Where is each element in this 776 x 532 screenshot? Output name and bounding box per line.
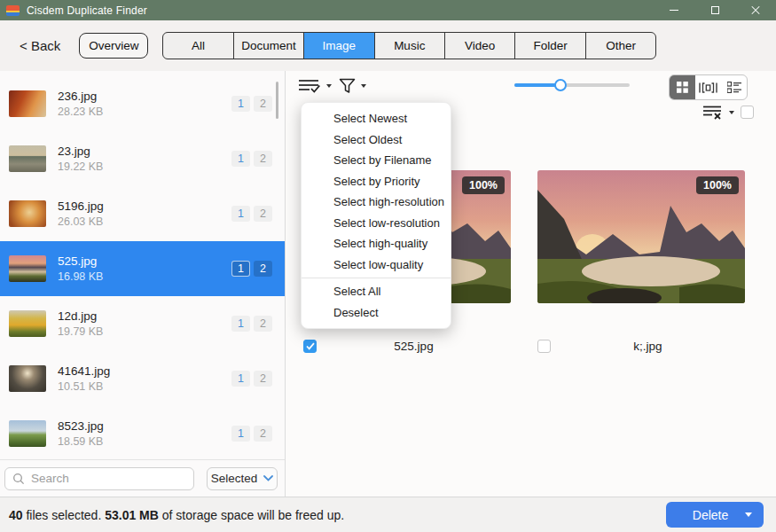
file-name: 23.jpg	[58, 145, 103, 158]
chevron-down-icon	[263, 475, 273, 481]
delete-button-label: Delete	[693, 508, 728, 522]
compare-view-button[interactable]	[695, 75, 721, 99]
caret-down-icon	[361, 84, 366, 88]
filter-menu-button[interactable]	[339, 78, 366, 94]
menu-item-select-high-quality[interactable]: Select high-quality	[302, 233, 451, 254]
menu-item-select-low-quality[interactable]: Select low-quality	[302, 254, 451, 276]
duplicate-count-badge: 1	[231, 206, 250, 222]
list-item-selected[interactable]: 525.jpg 16.98 KB 1 2	[0, 241, 285, 296]
selected-filter-label: Selected	[211, 472, 258, 485]
minimize-button[interactable]	[654, 0, 694, 20]
file-size: 28.23 KB	[58, 106, 103, 118]
selected-files-count: 40	[9, 508, 23, 522]
list-item[interactable]: 41641.jpg 10.51 KB 1 2	[0, 351, 285, 406]
file-checkbox[interactable]	[537, 340, 551, 353]
menu-separator	[302, 278, 451, 278]
similarity-badge: 100%	[462, 176, 505, 194]
file-list: 236.jpg 28.23 KB 1 2 23.jpg 19.22 KB	[0, 71, 285, 459]
select-menu-button[interactable]	[298, 78, 332, 94]
similarity-badge: 100%	[696, 176, 739, 194]
category-tabs: All Document Image Music Video Folder Ot…	[162, 32, 656, 59]
back-button[interactable]: < Back	[20, 38, 60, 53]
menu-item-select-all[interactable]: Select All	[302, 281, 451, 302]
grid-view-icon	[677, 82, 688, 93]
file-thumbnail	[9, 200, 46, 227]
preview-file-name: 525.jpg	[317, 340, 511, 353]
list-item[interactable]: 8523.jpg 18.59 KB 1 2	[0, 406, 285, 459]
menu-item-select-high-resolution[interactable]: Select high-resolution	[302, 192, 451, 213]
close-button[interactable]	[735, 0, 776, 20]
maximize-button[interactable]	[694, 0, 735, 20]
duplicate-count-badge: 2	[254, 96, 272, 112]
file-size: 19.22 KB	[58, 160, 103, 173]
list-view-button[interactable]	[721, 75, 747, 99]
search-input[interactable]	[31, 472, 164, 485]
check-icon	[306, 342, 315, 350]
tab-other[interactable]: Other	[586, 33, 655, 59]
file-name: 8523.jpg	[58, 419, 104, 433]
duplicate-count-badge: 1	[231, 426, 250, 442]
menu-item-select-low-resolution[interactable]: Select low-resolution	[302, 213, 451, 234]
list-item[interactable]: 23.jpg 19.22 KB 1 2	[0, 131, 285, 186]
duplicate-count-badge: 1	[231, 261, 250, 277]
file-thumbnail	[9, 420, 46, 447]
search-icon	[12, 473, 25, 485]
tab-image[interactable]: Image	[304, 33, 374, 59]
caret-down-icon	[729, 111, 734, 114]
list-item[interactable]: 5196.jpg 26.03 KB 1 2	[0, 186, 285, 241]
duplicate-count-badge: 2	[254, 206, 272, 222]
duplicate-count-badge: 1	[231, 96, 250, 112]
group-deselect-menu-button[interactable]	[702, 105, 734, 120]
menu-item-select-by-priority[interactable]: Select by Priority	[302, 171, 451, 192]
delete-button[interactable]: Delete	[666, 502, 764, 528]
tab-all[interactable]: All	[163, 33, 233, 59]
slider-knob[interactable]	[554, 79, 567, 91]
compare-view-icon	[699, 82, 717, 94]
grid-view-button[interactable]	[670, 75, 695, 99]
selected-filter-dropdown[interactable]: Selected	[207, 467, 278, 490]
preview-image[interactable]: 100%	[537, 170, 745, 303]
status-text: 40 files selected. 53.01 MB of storage s…	[9, 508, 344, 522]
minimize-icon	[670, 10, 678, 11]
menu-item-select-newest[interactable]: Select Newest	[302, 108, 451, 129]
preview-file-name: k;.jpg	[551, 340, 745, 353]
tab-music[interactable]: Music	[375, 33, 445, 59]
overview-button[interactable]: Overview	[79, 33, 148, 59]
nav-bar: < Back Overview All Document Image Music…	[0, 20, 776, 71]
duplicate-count-badge: 1	[231, 151, 250, 167]
group-select-checkbox[interactable]	[741, 106, 754, 119]
file-name: 41641.jpg	[58, 364, 110, 378]
menu-item-deselect[interactable]: Deselect	[302, 302, 451, 324]
caret-down-icon	[326, 84, 332, 88]
thumbnail-size-slider[interactable]	[514, 83, 630, 87]
delete-dropdown-caret-icon[interactable]	[745, 512, 752, 517]
status-bar: 40 files selected. 53.01 MB of storage s…	[0, 497, 776, 532]
select-dropdown-menu: Select Newest Select Oldest Select by Fi…	[301, 102, 451, 329]
select-lines-icon	[298, 78, 321, 94]
window-controls	[654, 0, 776, 20]
search-box	[4, 467, 194, 490]
sidebar-scrollbar[interactable]	[276, 82, 278, 119]
file-size: 10.51 KB	[58, 380, 110, 393]
file-size: 18.59 KB	[58, 435, 104, 448]
file-thumbnail	[9, 255, 46, 282]
maximize-icon	[711, 6, 719, 14]
duplicate-groups-sidebar: 236.jpg 28.23 KB 1 2 23.jpg 19.22 KB	[0, 71, 286, 497]
tab-video[interactable]: Video	[445, 33, 515, 59]
list-item[interactable]: 236.jpg 28.23 KB 1 2	[0, 76, 285, 131]
window-title: Cisdem Duplicate Finder	[27, 4, 147, 17]
menu-item-select-by-filename[interactable]: Select by Filename	[302, 150, 451, 171]
main-panel: 100%	[286, 71, 776, 497]
duplicate-count-badge: 2	[254, 371, 272, 387]
freed-space-size: 53.01 MB	[105, 508, 159, 522]
menu-item-select-oldest[interactable]: Select Oldest	[302, 129, 451, 151]
file-name: 525.jpg	[58, 254, 103, 268]
duplicate-count-badge: 1	[231, 316, 250, 332]
app-icon	[6, 5, 20, 16]
preview-caption: 525.jpg	[303, 340, 511, 353]
tab-folder[interactable]: Folder	[515, 33, 585, 59]
file-checkbox[interactable]	[303, 340, 317, 353]
file-thumbnail	[9, 90, 46, 117]
tab-document[interactable]: Document	[234, 33, 304, 59]
list-item[interactable]: 12d.jpg 19.79 KB 1 2	[0, 296, 285, 351]
